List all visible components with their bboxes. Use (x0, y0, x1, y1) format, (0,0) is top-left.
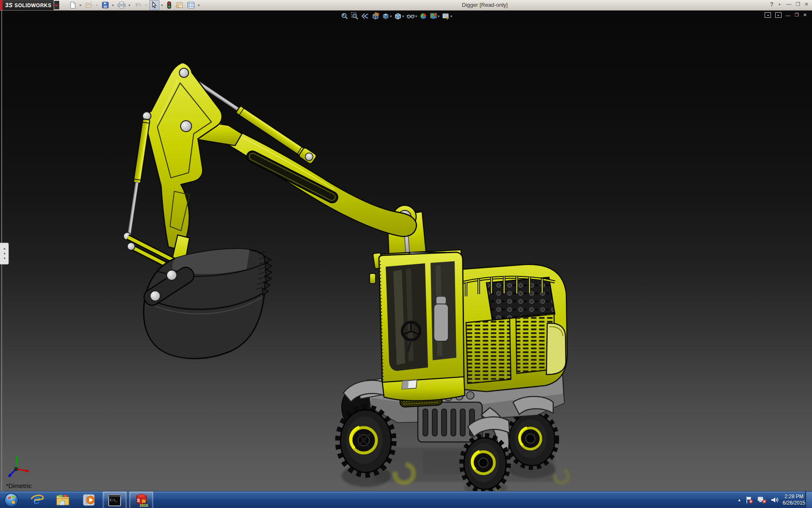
menu-flyout-arrow[interactable]: ▶ (54, 1, 59, 9)
rebuild-button[interactable] (165, 0, 173, 10)
section-view-button[interactable] (371, 12, 380, 20)
solidworks-2015-icon: S W 2015 (134, 493, 149, 508)
zoom-to-fit-icon (341, 12, 348, 20)
options-dropdown[interactable]: ▾ (198, 3, 201, 7)
select-button[interactable] (149, 0, 159, 10)
print-button[interactable] (116, 0, 127, 10)
feature-tree-collapsed-tab[interactable]: ◂ ◂ ◂ (0, 243, 9, 265)
app-restore-button[interactable]: ❐ (796, 1, 800, 7)
solidworks-logo[interactable]: 3SSOLIDWORKS (0, 0, 54, 10)
undo-dropdown[interactable]: ▾ (145, 3, 148, 7)
doc-minimize-button[interactable]: — (786, 13, 790, 18)
apply-scene-button[interactable]: ▾ (429, 12, 440, 20)
apply-scene-dropdown[interactable]: ▾ (438, 14, 439, 18)
taskbar-command-prompt[interactable]: C:\_ (103, 491, 126, 508)
display-style-button[interactable]: ▾ (394, 12, 404, 20)
help-dropdown[interactable]: ▾ (779, 3, 782, 6)
cab[interactable] (370, 250, 465, 401)
taskbar-clock[interactable]: 2:28 PM 6/26/2015 (783, 494, 805, 506)
taskbar-solidworks-2015[interactable]: S W 2015 (129, 491, 153, 508)
taskbar-windows-explorer[interactable] (52, 491, 74, 508)
save-dropdown[interactable]: ▾ (112, 3, 115, 7)
view-settings-icon (442, 12, 450, 20)
doc-close-button[interactable]: ✕ (803, 12, 807, 18)
save-floppy-icon (102, 1, 109, 9)
document-title: Digger [Read-only] (462, 2, 508, 8)
rebuild-traffic-light-icon (167, 1, 172, 9)
options-button[interactable] (186, 0, 196, 10)
boom-plate[interactable] (143, 63, 242, 251)
taskbar-internet-explorer[interactable]: e (26, 491, 48, 508)
show-left-pane-button[interactable]: ◂ (765, 12, 771, 18)
open-button[interactable] (84, 0, 94, 10)
file-properties-button[interactable] (174, 0, 185, 10)
system-tray: ▲ 2:28 PM 6/26/2015 (738, 491, 805, 508)
undo-arrow-icon (134, 1, 142, 9)
new-dropdown[interactable]: ▾ (80, 3, 83, 7)
display-style-cube-icon (394, 12, 402, 20)
view-orientation-button[interactable]: ▾ (381, 12, 392, 20)
appearance-sphere-icon (420, 12, 427, 20)
app-close-button[interactable]: ✕ (804, 1, 809, 7)
select-dropdown[interactable]: ▾ (161, 3, 165, 7)
edit-appearance-button[interactable] (419, 12, 428, 20)
bucket-cylinder[interactable] (123, 119, 150, 240)
printer-icon (118, 1, 126, 9)
print-dropdown[interactable]: ▾ (129, 3, 132, 7)
previous-view-button[interactable] (361, 12, 370, 20)
network-status-icon[interactable] (757, 496, 767, 504)
hide-show-items-button[interactable]: ▾ (406, 12, 417, 20)
new-button[interactable] (68, 0, 78, 10)
show-desktop-button[interactable] (805, 491, 812, 508)
windows-taskbar: e (0, 491, 812, 508)
action-center-flag-icon[interactable] (745, 496, 754, 504)
zoom-to-fit-button[interactable] (340, 12, 349, 20)
svg-text:2015: 2015 (140, 503, 148, 508)
logo-red-stripe (0, 0, 3, 10)
hide-show-glasses-icon (406, 12, 415, 20)
media-player-icon (82, 493, 96, 507)
solidworks-window: 3SSOLIDWORKS ▶ ▾ ▾ (0, 0, 812, 508)
taskbar-media-player[interactable] (79, 491, 99, 508)
headsup-view-toolbar: ▾ ▾ ▾ (340, 12, 453, 20)
tab-arrow-icon: ◂ (3, 252, 5, 255)
open-dropdown[interactable]: ▾ (96, 3, 99, 7)
select-cursor-icon (151, 1, 158, 9)
document-window-controls: ◂ ▸ — ❐ ✕ (765, 12, 807, 18)
solidworks-logo-mark: 3S (5, 2, 13, 8)
clock-time: 2:28 PM (783, 494, 805, 500)
start-button[interactable] (3, 491, 20, 508)
view-settings-dropdown[interactable]: ▾ (450, 14, 452, 18)
view-orientation-dropdown[interactable]: ▾ (390, 14, 392, 18)
display-style-dropdown[interactable]: ▾ (402, 14, 404, 18)
volume-icon[interactable] (771, 496, 779, 504)
view-orientation-label: *Dimetric (6, 482, 32, 489)
seat (434, 304, 448, 341)
new-document-icon (69, 1, 77, 9)
svg-text:C:\_: C:\_ (110, 498, 118, 502)
previous-view-icon (361, 12, 369, 20)
app-minimize-button[interactable]: — (786, 1, 791, 7)
help-button[interactable]: ? (770, 1, 774, 8)
rear-window (546, 323, 566, 375)
zoom-to-area-icon (351, 12, 359, 20)
bucket[interactable] (141, 249, 272, 359)
solidworks-brand-text: SOLIDWORKS (14, 3, 52, 8)
zoom-to-area-button[interactable] (351, 12, 359, 20)
show-right-pane-button[interactable]: ▸ (775, 12, 782, 18)
tab-arrow-icon: ◂ (3, 257, 5, 260)
options-checklist-icon (187, 1, 195, 9)
view-settings-button[interactable]: ▾ (442, 12, 453, 20)
show-hidden-icons-button[interactable]: ▲ (738, 498, 741, 502)
folder-icon (56, 494, 71, 506)
save-button[interactable] (100, 0, 110, 10)
command-prompt-icon: C:\_ (108, 494, 121, 507)
windows-start-orb-icon (4, 492, 19, 508)
undo-button[interactable] (133, 0, 143, 10)
graphics-viewport[interactable]: ▾ ▾ ▾ (0, 11, 812, 491)
file-properties-icon (175, 1, 184, 9)
tab-arrow-icon: ◂ (3, 247, 5, 251)
doc-restore-button[interactable]: ❐ (795, 12, 799, 18)
digger-model-canvas[interactable] (0, 11, 812, 491)
hide-show-dropdown[interactable]: ▾ (415, 14, 417, 18)
